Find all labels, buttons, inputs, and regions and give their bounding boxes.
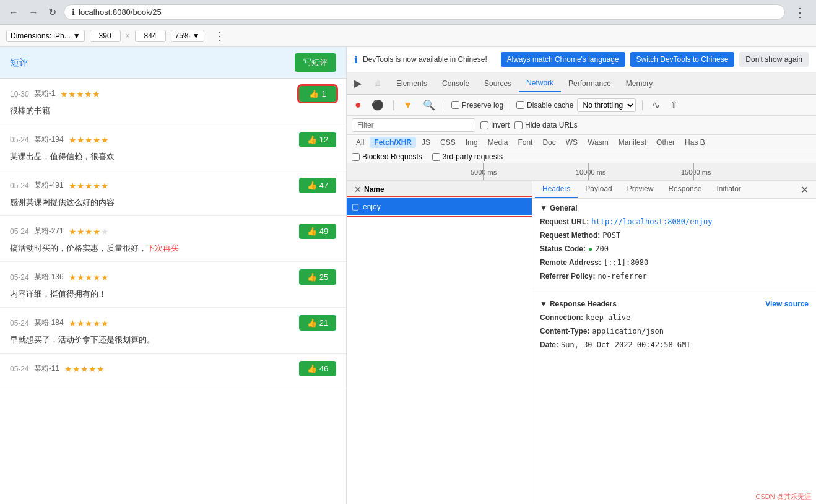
forward-button[interactable]: → bbox=[26, 6, 41, 19]
hide-urls-label[interactable]: Hide data URLs bbox=[514, 121, 578, 129]
filter-type-js[interactable]: JS bbox=[417, 137, 435, 148]
response-headers-section: ▼ Response Headers View source Connectio… bbox=[532, 295, 816, 358]
review-text: 感谢某课网提供这么好的内容 bbox=[10, 197, 336, 208]
cursor-icon-button[interactable]: ▶ bbox=[349, 75, 367, 92]
reload-button[interactable]: ↻ bbox=[46, 5, 59, 19]
device-more-button[interactable]: ⋮ bbox=[214, 29, 225, 43]
device-selector[interactable]: Dimensions: iPh... ▼ bbox=[6, 30, 85, 42]
review-date: 05-24 bbox=[10, 365, 29, 373]
disable-cache-text: Disable cache bbox=[527, 101, 573, 110]
network-table-area: ✕ Name ▢ enjoy HeadersPayloadPreviewResp… bbox=[347, 181, 816, 504]
device-icon-button[interactable]: ◽ bbox=[367, 75, 389, 92]
like-button[interactable]: 👍25 bbox=[299, 269, 336, 285]
address-text: localhost:8080/book/25 bbox=[79, 7, 162, 17]
like-button[interactable]: 👍47 bbox=[299, 178, 336, 193]
toolbar-separator-2 bbox=[445, 100, 445, 110]
filter-type-css[interactable]: CSS bbox=[436, 137, 460, 148]
disable-cache-label[interactable]: Disable cache bbox=[516, 101, 573, 110]
preserve-log-label[interactable]: Preserve log bbox=[451, 101, 503, 110]
response-headers-title: Response Headers bbox=[550, 300, 617, 308]
details-tab-initiator[interactable]: Initiator bbox=[709, 181, 748, 198]
filter-type-wasm[interactable]: Wasm bbox=[583, 137, 613, 148]
status-dot: ● bbox=[588, 243, 592, 254]
star-filled: ★ bbox=[101, 272, 109, 282]
hide-urls-checkbox[interactable] bbox=[514, 121, 523, 129]
stop-button[interactable]: ⚫ bbox=[368, 97, 387, 113]
devtools-tab-memory[interactable]: Memory bbox=[619, 75, 660, 92]
review-meta: 05-24某粉-184★★★★★👍21 bbox=[10, 315, 336, 331]
filter-type-fetch/xhr[interactable]: Fetch/XHR bbox=[370, 137, 416, 148]
filter-button[interactable]: ▼ bbox=[400, 98, 416, 113]
details-tab-headers[interactable]: Headers bbox=[535, 181, 578, 198]
height-input[interactable] bbox=[135, 30, 166, 42]
device-toolbar: Dimensions: iPh... ▼ × 75% ▼ ⋮ bbox=[0, 25, 816, 47]
devtools-tab-performance[interactable]: Performance bbox=[561, 75, 619, 92]
details-tab-preview[interactable]: Preview bbox=[620, 181, 661, 198]
throttle-select[interactable]: No throttling bbox=[577, 98, 636, 112]
invert-label[interactable]: Invert bbox=[480, 121, 510, 129]
blocked-requests-text: Blocked Requests bbox=[362, 152, 422, 161]
request-url-link[interactable]: http://localhost:8080/enjoy bbox=[591, 217, 712, 226]
review-left: 05-24某粉-491★★★★★ bbox=[10, 180, 109, 191]
filter-type-manifest[interactable]: Manifest bbox=[614, 137, 651, 148]
close-panel-button[interactable]: ✕ bbox=[796, 181, 814, 198]
devtools-tab-console[interactable]: Console bbox=[435, 75, 477, 92]
like-button[interactable]: 👍46 bbox=[299, 361, 336, 376]
close-details-button[interactable]: ✕ bbox=[352, 185, 364, 194]
back-button[interactable]: ← bbox=[6, 6, 21, 19]
review-item: 05-24某粉-11★★★★★👍46 bbox=[0, 354, 346, 388]
enjoy-network-row[interactable]: ▢ enjoy bbox=[347, 198, 532, 215]
timeline-label-3: 15000 ms bbox=[681, 168, 711, 176]
review-user: 某粉-194 bbox=[34, 134, 64, 145]
details-tab-response[interactable]: Response bbox=[661, 181, 709, 198]
like-button[interactable]: 👍12 bbox=[299, 132, 336, 147]
timeline-label-1: 5000 ms bbox=[471, 168, 497, 176]
details-tab-payload[interactable]: Payload bbox=[578, 181, 619, 198]
invert-checkbox[interactable] bbox=[480, 121, 488, 129]
upload-icon-button[interactable]: ⇧ bbox=[667, 97, 681, 113]
wifi-icon-button[interactable]: ∿ bbox=[649, 97, 663, 113]
third-party-checkbox[interactable] bbox=[432, 153, 440, 161]
referrer-policy-key: Referrer Policy: bbox=[540, 271, 595, 282]
filter-type-all[interactable]: All bbox=[352, 137, 368, 148]
view-source-link[interactable]: View source bbox=[765, 300, 809, 308]
width-input[interactable] bbox=[90, 30, 121, 42]
like-button[interactable]: 👍49 bbox=[299, 224, 336, 239]
name-column-header: ✕ Name bbox=[347, 181, 532, 198]
like-button[interactable]: 👍21 bbox=[299, 315, 336, 331]
filter-input[interactable] bbox=[352, 118, 475, 132]
switch-chinese-button[interactable]: Switch DevTools to Chinese bbox=[630, 52, 735, 67]
review-meta: 05-24某粉-136★★★★★👍25 bbox=[10, 269, 336, 285]
review-text-link[interactable]: 下次再买 bbox=[147, 243, 179, 253]
filter-type-ws[interactable]: WS bbox=[562, 137, 582, 148]
dimension-separator: × bbox=[126, 32, 130, 40]
record-button[interactable]: ● bbox=[352, 97, 365, 113]
dont-show-button[interactable]: Don't show again bbox=[739, 52, 809, 67]
filter-type-media[interactable]: Media bbox=[484, 137, 513, 148]
response-headers-section-header[interactable]: ▼ Response Headers View source bbox=[540, 300, 809, 308]
blocked-requests-checkbox[interactable] bbox=[352, 153, 360, 161]
preserve-log-checkbox[interactable] bbox=[451, 101, 459, 109]
filter-type-img[interactable]: Img bbox=[461, 137, 482, 148]
filter-types-bar: AllFetch/XHRJSCSSImgMediaFontDocWSWasmMa… bbox=[347, 135, 816, 150]
devtools-tab-elements[interactable]: Elements bbox=[389, 75, 435, 92]
match-language-button[interactable]: Always match Chrome's language bbox=[501, 52, 625, 67]
disable-cache-checkbox[interactable] bbox=[516, 101, 524, 109]
filter-type-doc[interactable]: Doc bbox=[538, 137, 560, 148]
general-section-header[interactable]: ▼ General bbox=[540, 204, 809, 212]
details-tabs: HeadersPayloadPreviewResponseInitiator✕ bbox=[532, 181, 816, 199]
devtools-tab-network[interactable]: Network bbox=[519, 75, 561, 92]
like-button[interactable]: 👍1 bbox=[299, 86, 336, 102]
third-party-label[interactable]: 3rd-party requests bbox=[432, 152, 503, 161]
blocked-requests-label[interactable]: Blocked Requests bbox=[352, 152, 422, 161]
filter-type-other[interactable]: Other bbox=[652, 137, 679, 148]
filter-type-has-b[interactable]: Has B bbox=[680, 137, 710, 148]
review-user: 某粉-136 bbox=[34, 272, 64, 282]
filter-type-font[interactable]: Font bbox=[513, 137, 537, 148]
devtools-tab-sources[interactable]: Sources bbox=[477, 75, 519, 92]
search-network-button[interactable]: 🔍 bbox=[420, 97, 438, 113]
browser-menu-button[interactable]: ⋮ bbox=[790, 4, 810, 21]
write-review-button[interactable]: 写短评 bbox=[295, 53, 336, 72]
request-url-row: Request URL: http://localhost:8080/enjoy bbox=[540, 216, 809, 227]
zoom-selector[interactable]: 75% ▼ bbox=[171, 30, 204, 42]
